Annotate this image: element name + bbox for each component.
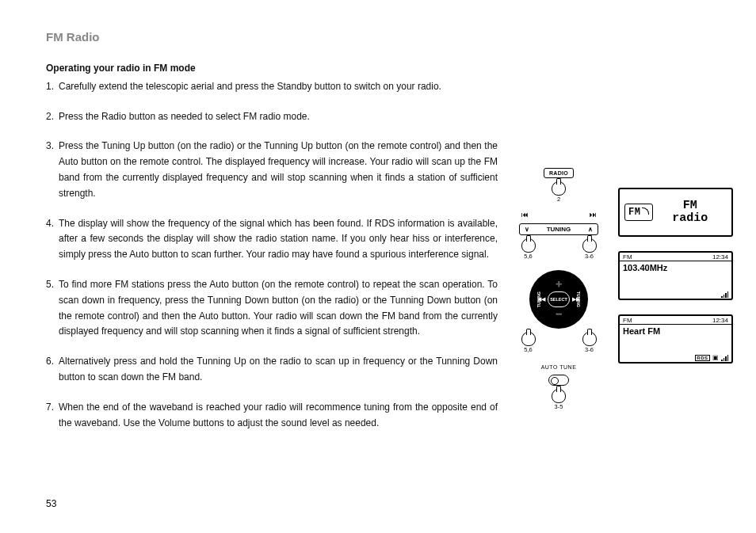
dpad-right-label: TUNING (576, 291, 581, 307)
hand-label: 5,6 (524, 347, 532, 353)
step-text: Alternatively press and hold the Tunning… (59, 354, 498, 386)
dpad-left-label: TUNING (536, 291, 541, 307)
radio-waves-icon (642, 207, 649, 218)
tuning-bar-icon: ∨ TUNING ∧ (519, 223, 598, 235)
text-column: Operating your radio in FM mode 1. Caref… (46, 61, 498, 431)
fm-badge-text: FM (628, 207, 640, 218)
stereo-icon: ▣ (712, 354, 720, 361)
tuning-hand-pair: 5,6 3-6 (521, 238, 597, 260)
hand-icon (582, 238, 597, 253)
step-number: 5. (46, 277, 59, 340)
step-5: 5. To find more FM stations press the Au… (46, 277, 498, 340)
tuning-up-icon: ∧ (588, 226, 593, 233)
step-number: 3. (46, 139, 59, 201)
step-number: 7. (46, 400, 59, 432)
lcd-clock: 12:34 (712, 317, 728, 324)
skip-icons: ⏮ ⏭ (521, 211, 597, 219)
illustration-column: RADIO 2 ⏮ ⏭ ∨ TUNING ∧ 5,6 (498, 61, 732, 431)
step-7: 7. When the end of the waveband is reach… (46, 400, 498, 432)
hand-icon (521, 332, 536, 346)
step-text: Carefully extend the telescopic aerial a… (59, 79, 498, 95)
tuning-label: TUNING (547, 226, 571, 233)
page-title: FM Radio (46, 30, 732, 44)
lcd-band: FM (623, 317, 632, 324)
dpad-icon: SELECT ➕ ➖ ◀◀ ▶▶ TUNING TUNING (529, 270, 588, 329)
hand-icon (582, 332, 597, 346)
hand-icon (521, 238, 536, 253)
step-1: 1. Carefully extend the telescopic aeria… (46, 79, 498, 95)
dpad-select: SELECT (548, 291, 570, 307)
content-row: Operating your radio in FM mode 1. Caref… (46, 61, 732, 431)
hand-label: 3-6 (585, 347, 594, 353)
step-text: When the end of the waveband is reached … (59, 400, 498, 432)
auto-tune-button-icon (548, 375, 569, 386)
step-text: To find more FM stations press the Auto … (59, 277, 498, 340)
hand-label: 2 (557, 196, 560, 203)
lcd-band: FM (623, 253, 632, 261)
lcd-mode-line2: radio (653, 212, 727, 225)
skip-prev-icon: ⏮ (521, 211, 529, 219)
step-number: 6. (46, 354, 59, 386)
lcd-frequency: 103.40MHz (620, 261, 731, 274)
page-number: 53 (46, 498, 56, 509)
step-6: 6. Alternatively press and hold the Tunn… (46, 354, 498, 386)
lcd-mode-screen: FM FM radio (618, 188, 733, 237)
radio-button-icon: RADIO (544, 168, 574, 178)
hand-icon (552, 389, 566, 403)
step-text: Press the Tuning Up button (on the radio… (59, 139, 498, 201)
signal-icon (721, 291, 729, 298)
step-number: 4. (46, 216, 59, 263)
step-number: 1. (46, 79, 59, 95)
dpad-hand-pair: 5,6 3-6 (521, 332, 597, 353)
step-number: 2. (46, 109, 59, 125)
hand-label: 3-5 (555, 404, 563, 410)
hand-icon (552, 181, 566, 196)
dpad-down-icon: ➖ (556, 311, 563, 318)
fm-badge-icon: FM (624, 204, 653, 221)
step-text: The display will show the frequency of t… (59, 216, 498, 263)
signal-icon (721, 355, 729, 361)
lcd-frequency-screen: FM 12:34 103.40MHz (618, 251, 733, 300)
lcd-mode-line1: FM (653, 200, 727, 212)
skip-next-icon: ⏭ (590, 211, 597, 219)
step-3: 3. Press the Tuning Up button (on the ra… (46, 139, 498, 201)
tuning-down-icon: ∨ (525, 226, 529, 233)
step-2: 2. Press the Radio button as needed to s… (46, 109, 498, 125)
step-text: Press the Radio button as needed to sele… (59, 109, 498, 125)
controls-diagram: RADIO 2 ⏮ ⏭ ∨ TUNING ∧ 5,6 (515, 168, 602, 409)
subheading: Operating your radio in FM mode (46, 61, 498, 77)
lcd-screens: FM FM radio FM 12:34 103.40MHz (618, 188, 733, 364)
dpad-up-icon: ➕ (556, 281, 563, 287)
hand-label: 3-6 (585, 253, 594, 260)
auto-tune-label: AUTO TUNE (541, 364, 577, 370)
hand-label: 5,6 (524, 253, 532, 260)
lcd-rds-screen: FM 12:34 Heart FM RDS ▣ (618, 314, 733, 364)
lcd-clock: 12:34 (712, 253, 728, 261)
step-4: 4. The display will show the frequency o… (46, 216, 498, 263)
lcd-mode-text: FM radio (653, 200, 727, 225)
lcd-station-name: Heart FM (620, 325, 731, 337)
rds-badge-icon: RDS (695, 355, 709, 361)
